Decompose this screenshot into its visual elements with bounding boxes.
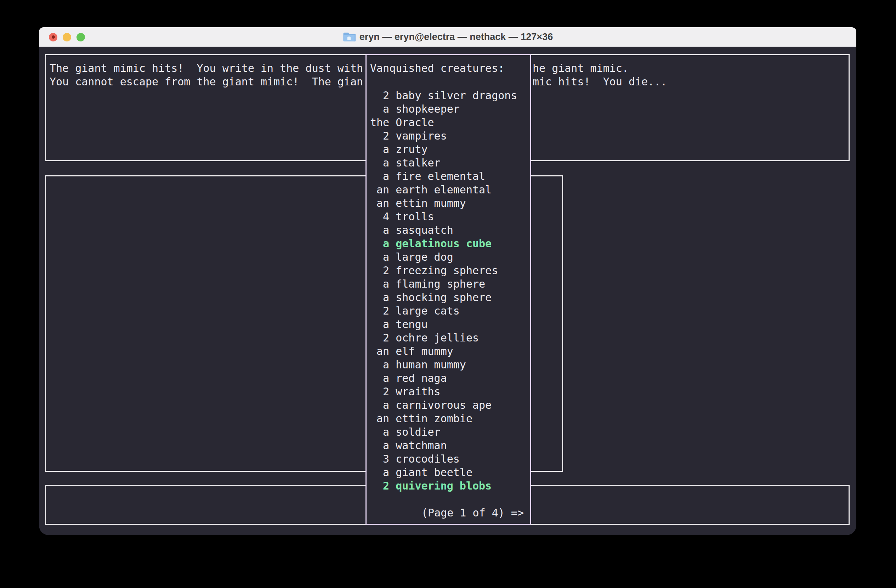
creature-list-item: an ettin zombie <box>370 412 529 425</box>
creature-list-item: 2 ochre jellies <box>370 331 529 345</box>
creature-list-item: a red naga <box>370 372 529 385</box>
title-area: eryn — eryn@electra — nethack — 127×36 <box>39 27 856 47</box>
creature-list-item: a shocking sphere <box>370 291 529 304</box>
creature-list-item: 2 wraiths <box>370 385 529 399</box>
creature-list-item: 2 large cats <box>370 304 529 318</box>
creature-list-item: an elf mummy <box>370 345 529 358</box>
vanquished-creatures-panel: Vanquished creatures: 2 baby silver drag… <box>366 54 531 525</box>
creature-list-item: 2 vampires <box>370 129 529 143</box>
creature-list-item: a fire elemental <box>370 170 529 183</box>
creature-list-item: a sasquatch <box>370 224 529 237</box>
home-folder-icon <box>343 32 355 43</box>
window-titlebar[interactable]: eryn — eryn@electra — nethack — 127×36 <box>39 27 856 47</box>
creature-list-item: a giant beetle <box>370 466 529 479</box>
creature-list-item: the Oracle <box>370 116 529 129</box>
creature-list-item: a human mummy <box>370 358 529 372</box>
creature-list-item: 2 baby silver dragons <box>370 89 529 102</box>
creature-list-item: 2 freezing spheres <box>370 264 529 277</box>
creature-list-item: a carnivorous ape <box>370 399 529 412</box>
creature-list-item: a flaming sphere <box>370 277 529 291</box>
window-title: eryn — eryn@electra — nethack — 127×36 <box>360 32 553 43</box>
creature-list-item: a large dog <box>370 250 529 264</box>
creature-list-item: a shopkeeper <box>370 102 529 116</box>
message-line-1-left: The giant mimic hits! You write in the d… <box>50 62 363 75</box>
creature-list-item: a gelatinous cube <box>370 237 529 250</box>
creature-list-item: 4 trolls <box>370 210 529 224</box>
creature-list: 2 baby silver dragons a shopkeeperthe Or… <box>370 89 529 493</box>
message-line-2-right: mic hits! You die... <box>533 75 667 88</box>
creature-list-item: a zruty <box>370 143 529 156</box>
creature-list-item: a tengu <box>370 318 529 331</box>
message-line-1-right: he giant mimic. <box>533 62 629 75</box>
page-indicator: (Page 1 of 4) => <box>421 506 524 519</box>
panel-title: Vanquished creatures: <box>370 62 504 75</box>
message-line-2-left: You cannot escape from the giant mimic! … <box>50 75 363 88</box>
creature-list-item: a watchman <box>370 439 529 452</box>
creature-list-item: a stalker <box>370 156 529 170</box>
creature-list-item: 3 crocodiles <box>370 452 529 466</box>
creature-list-item: 2 quivering blobs <box>370 479 529 493</box>
desktop-background: eryn — eryn@electra — nethack — 127×36 T… <box>0 0 896 588</box>
creature-list-item: a soldier <box>370 425 529 439</box>
creature-list-item: an earth elemental <box>370 183 529 197</box>
terminal-window: eryn — eryn@electra — nethack — 127×36 T… <box>39 27 856 535</box>
terminal-screen[interactable]: The giant mimic hits! You write in the d… <box>39 47 856 535</box>
creature-list-item: an ettin mummy <box>370 197 529 210</box>
